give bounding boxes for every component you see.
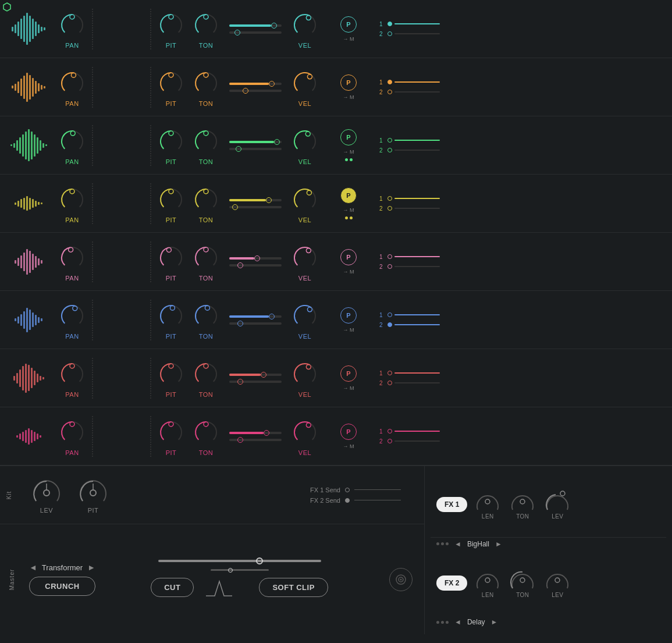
track-p-cell-7[interactable]: P → M — [322, 424, 375, 449]
track-p-circle-0[interactable]: P — [340, 16, 357, 33]
fader-thumb-lower-3[interactable] — [232, 204, 238, 210]
track-ton-knob-7[interactable]: TON — [189, 416, 223, 456]
route-line-2-6[interactable]: 2 — [379, 380, 440, 386]
crunch-button[interactable]: CRUNCH — [29, 577, 95, 596]
track-p-circle-3[interactable]: P — [340, 187, 357, 204]
master-slider-thumb[interactable] — [256, 557, 263, 564]
fx1-lev-knob[interactable]: LEV — [543, 489, 572, 520]
track-p-circle-1[interactable]: P — [340, 74, 357, 91]
track-fader-5[interactable] — [223, 315, 287, 325]
track-pan-knob-6[interactable]: PAN — [55, 358, 90, 398]
route-line-1-4[interactable]: 1 — [379, 254, 440, 260]
transformer-prev[interactable]: ◄ — [29, 563, 37, 572]
track-pan-knob-4[interactable]: PAN — [55, 241, 90, 282]
track-fader-4[interactable] — [223, 257, 287, 267]
route-line-1-5[interactable]: 1 — [379, 312, 440, 318]
track-pan-knob-7[interactable]: PAN — [55, 416, 90, 456]
track-vel-knob-6[interactable]: VEL — [287, 358, 322, 398]
track-fader-lower-4[interactable] — [229, 264, 282, 267]
route-line-1-1[interactable]: 1 — [379, 79, 440, 86]
track-ton-knob-3[interactable]: TON — [189, 183, 223, 223]
track-p-cell-5[interactable]: P → M — [322, 307, 375, 333]
track-pan-knob-2[interactable]: PAN — [55, 125, 90, 165]
fx2-send-row[interactable]: FX 2 Send — [310, 497, 401, 504]
track-p-circle-5[interactable]: P — [340, 307, 357, 324]
track-pan-knob-1[interactable]: PAN — [55, 67, 90, 107]
kit-lev-knob[interactable]: LEV — [29, 477, 64, 514]
track-fader-lower-3[interactable] — [229, 206, 282, 208]
master-lower-slider[interactable] — [211, 569, 269, 571]
track-fader-upper-4[interactable] — [229, 257, 282, 260]
fx1-ton-knob[interactable]: TON — [508, 489, 537, 520]
route-line-2-7[interactable]: 2 — [379, 438, 440, 445]
fader-thumb-upper-0[interactable] — [271, 23, 277, 29]
track-p-circle-2[interactable]: P — [340, 129, 357, 145]
track-p-circle-7[interactable]: P — [340, 424, 357, 440]
track-pit-knob-5[interactable]: PIT — [154, 300, 189, 340]
track-pan-knob-5[interactable]: PAN — [55, 300, 90, 340]
track-fader-upper-7[interactable] — [229, 432, 282, 434]
fx1-len-knob[interactable]: LEN — [473, 489, 502, 520]
track-vel-knob-1[interactable]: VEL — [287, 67, 322, 107]
track-pit-knob-6[interactable]: PIT — [154, 358, 189, 398]
cut-button[interactable]: CUT — [151, 578, 194, 597]
fader-thumb-upper-6[interactable] — [261, 372, 266, 378]
route-line-2-1[interactable]: 2 — [379, 89, 440, 95]
track-fader-2[interactable] — [223, 141, 287, 150]
track-vel-knob-4[interactable]: VEL — [287, 241, 322, 282]
fx2-len-knob[interactable]: LEN — [473, 567, 502, 598]
track-vel-knob-3[interactable]: VEL — [287, 183, 322, 223]
fader-thumb-upper-2[interactable] — [274, 139, 280, 145]
route-line-2-5[interactable]: 2 — [379, 322, 440, 328]
route-line-2-0[interactable]: 2 — [379, 31, 440, 37]
track-p-cell-3[interactable]: P → M — [322, 187, 375, 219]
track-p-cell-0[interactable]: P → M — [322, 16, 375, 42]
track-vel-knob-7[interactable]: VEL — [287, 416, 322, 456]
route-line-1-6[interactable]: 1 — [379, 370, 440, 376]
fx1-send-row[interactable]: FX 1 Send — [310, 486, 401, 493]
track-pan-knob-3[interactable]: PAN — [55, 183, 90, 223]
track-pit-knob-4[interactable]: PIT — [154, 241, 189, 282]
track-fader-1[interactable] — [223, 83, 287, 92]
fader-thumb-lower-6[interactable] — [237, 379, 243, 385]
route-line-2-3[interactable]: 2 — [379, 205, 440, 212]
fader-thumb-lower-7[interactable] — [237, 437, 243, 443]
fx1-button[interactable]: FX 1 — [436, 497, 467, 512]
track-ton-knob-4[interactable]: TON — [189, 241, 223, 282]
route-line-1-2[interactable]: 1 — [379, 137, 440, 144]
fader-thumb-upper-1[interactable] — [269, 81, 275, 87]
track-fader-lower-1[interactable] — [229, 90, 282, 92]
track-fader-upper-6[interactable] — [229, 374, 282, 376]
fader-thumb-upper-7[interactable] — [264, 430, 269, 436]
track-fader-upper-1[interactable] — [229, 83, 282, 85]
track-vel-knob-2[interactable]: VEL — [287, 125, 322, 165]
track-vel-knob-5[interactable]: VEL — [287, 300, 322, 340]
track-ton-knob-6[interactable]: TON — [189, 358, 223, 398]
track-vel-knob-0[interactable]: VEL — [287, 9, 322, 49]
fader-thumb-lower-4[interactable] — [237, 262, 243, 268]
track-pit-knob-2[interactable]: PIT — [154, 125, 189, 165]
track-fader-0[interactable] — [223, 24, 287, 34]
track-ton-knob-1[interactable]: TON — [189, 67, 223, 107]
track-p-circle-4[interactable]: P — [340, 249, 357, 265]
route-line-1-7[interactable]: 1 — [379, 428, 440, 435]
track-pit-knob-7[interactable]: PIT — [154, 416, 189, 456]
route-line-1-3[interactable]: 1 — [379, 196, 440, 202]
fader-thumb-upper-3[interactable] — [266, 197, 272, 203]
fx2-button[interactable]: FX 2 — [436, 575, 467, 591]
master-lower-thumb[interactable] — [228, 568, 233, 573]
track-fader-lower-6[interactable] — [229, 381, 282, 383]
fader-thumb-lower-0[interactable] — [234, 30, 240, 35]
track-pit-knob-3[interactable]: PIT — [154, 183, 189, 223]
master-main-slider[interactable] — [158, 560, 321, 562]
route-line-1-0[interactable]: 1 — [379, 21, 440, 27]
route-line-2-4[interactable]: 2 — [379, 264, 440, 270]
track-pan-knob-0[interactable]: PAN — [55, 9, 90, 49]
track-pit-knob-0[interactable]: PIT — [154, 9, 189, 49]
kit-pit-knob[interactable]: PIT — [76, 477, 111, 514]
route-line-2-2[interactable]: 2 — [379, 147, 440, 154]
track-fader-upper-2[interactable] — [229, 141, 282, 143]
track-fader-6[interactable] — [223, 374, 287, 383]
track-p-cell-2[interactable]: P → M — [322, 129, 375, 161]
fx2-next[interactable]: ► — [491, 618, 498, 626]
